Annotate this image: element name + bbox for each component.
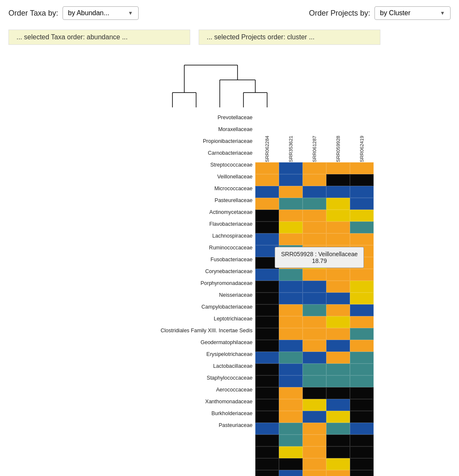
heatmap-cell[interactable] [350,304,374,316]
heatmap-cell[interactable] [303,257,326,269]
heatmap-cell[interactable] [350,210,374,222]
heatmap-cell[interactable] [303,162,326,174]
heatmap-cell[interactable] [326,387,350,399]
heatmap-cell[interactable] [255,411,279,423]
heatmap-cell[interactable] [303,435,326,446]
heatmap-cell[interactable] [326,233,350,245]
heatmap-cell[interactable] [279,423,303,435]
heatmap-cell[interactable] [350,340,374,352]
heatmap-cell[interactable] [279,281,303,293]
heatmap-cell[interactable] [350,186,374,198]
heatmap-cell[interactable] [255,293,279,304]
heatmap-cell[interactable] [350,281,374,293]
heatmap-cell[interactable] [279,198,303,210]
heatmap-cell[interactable] [279,269,303,281]
heatmap-cell[interactable] [303,423,326,435]
heatmap-cell[interactable] [279,233,303,245]
heatmap-cell[interactable] [350,458,374,470]
heatmap-cell[interactable] [303,186,326,198]
heatmap-cell[interactable] [255,210,279,222]
heatmap-cell[interactable] [279,293,303,304]
heatmap-cell[interactable] [350,269,374,281]
heatmap-cell[interactable] [326,364,350,375]
heatmap-cell[interactable] [255,446,279,458]
heatmap-cell[interactable] [255,364,279,375]
heatmap-cell[interactable] [255,399,279,411]
heatmap-cell[interactable] [279,174,303,186]
heatmap-cell[interactable] [279,162,303,174]
heatmap-cell[interactable] [350,257,374,269]
taxa-order-dropdown[interactable]: by Abundan... ▼ [63,6,139,20]
heatmap-cell[interactable] [350,198,374,210]
heatmap-cell[interactable] [326,304,350,316]
heatmap-cell[interactable] [279,446,303,458]
heatmap-cell[interactable] [326,269,350,281]
heatmap-cell[interactable] [303,233,326,245]
heatmap-cell[interactable] [255,245,279,257]
heatmap-cell[interactable] [303,304,326,316]
heatmap-cell[interactable] [303,364,326,375]
heatmap-cell[interactable] [255,304,279,316]
heatmap-cell[interactable] [350,222,374,233]
heatmap-cell[interactable] [279,340,303,352]
heatmap-cell[interactable] [279,222,303,233]
heatmap-cell[interactable] [326,245,350,257]
heatmap-cell[interactable] [350,364,374,375]
heatmap-cell[interactable] [303,281,326,293]
heatmap-cell[interactable] [303,316,326,328]
heatmap-cell[interactable] [350,245,374,257]
heatmap-cell[interactable] [279,375,303,387]
heatmap-cell[interactable] [255,269,279,281]
heatmap-cell[interactable] [279,316,303,328]
heatmap-cell[interactable] [279,304,303,316]
heatmap-cell[interactable] [303,458,326,470]
heatmap-cell[interactable] [326,186,350,198]
heatmap-cell[interactable] [303,222,326,233]
heatmap-cell[interactable] [255,387,279,399]
heatmap-cell[interactable] [350,446,374,458]
heatmap-cell[interactable] [255,198,279,210]
heatmap-cell[interactable] [326,293,350,304]
heatmap-cell[interactable] [350,423,374,435]
heatmap-cell[interactable] [255,328,279,340]
heatmap-cell[interactable] [279,364,303,375]
heatmap-cell[interactable] [326,375,350,387]
heatmap-cell[interactable] [303,387,326,399]
heatmap-cell[interactable] [326,316,350,328]
heatmap-cell[interactable] [303,328,326,340]
heatmap-cell[interactable] [303,352,326,364]
heatmap-cell[interactable] [279,328,303,340]
heatmap-cell[interactable] [255,340,279,352]
heatmap-cell[interactable] [326,458,350,470]
heatmap-cell[interactable] [326,411,350,423]
heatmap-cell[interactable] [279,257,303,269]
heatmap-cell[interactable] [326,281,350,293]
heatmap-cell[interactable] [326,352,350,364]
heatmap-cell[interactable] [279,411,303,423]
heatmap-cell[interactable] [326,210,350,222]
heatmap-cell[interactable] [255,186,279,198]
heatmap-cell[interactable] [350,352,374,364]
heatmap-cell[interactable] [303,174,326,186]
heatmap-cell[interactable] [255,435,279,446]
heatmap-cell[interactable] [350,399,374,411]
heatmap-cell[interactable] [326,328,350,340]
heatmap-cell[interactable] [255,162,279,174]
heatmap-cell[interactable] [326,257,350,269]
heatmap-cell[interactable] [279,352,303,364]
heatmap-cell[interactable] [255,458,279,470]
heatmap-cell[interactable] [326,423,350,435]
heatmap-cell[interactable] [326,162,350,174]
heatmap-cell[interactable] [303,293,326,304]
heatmap-cell[interactable] [303,210,326,222]
heatmap-cell[interactable] [350,411,374,423]
heatmap-cell[interactable] [350,316,374,328]
heatmap-cell[interactable] [326,174,350,186]
heatmap-cell[interactable] [326,399,350,411]
heatmap-cell[interactable] [279,245,303,257]
heatmap-cell[interactable] [350,162,374,174]
heatmap-cell[interactable] [255,174,279,186]
heatmap-cell[interactable] [326,446,350,458]
heatmap-cell[interactable] [326,222,350,233]
heatmap-cell[interactable] [303,198,326,210]
